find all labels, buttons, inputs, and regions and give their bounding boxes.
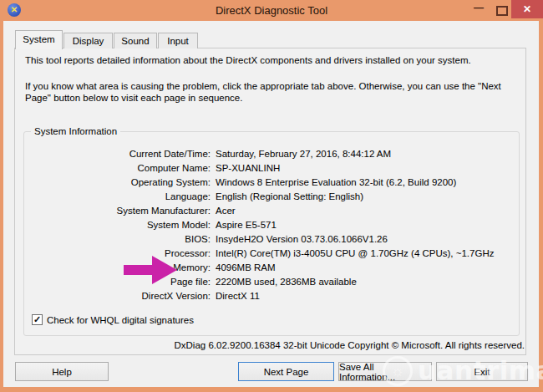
close-button[interactable]: ✕ xyxy=(511,0,543,18)
tab-system[interactable]: System xyxy=(15,30,63,49)
info-value: English (Regional Setting: English) xyxy=(216,190,363,204)
info-value: DirectX 11 xyxy=(216,289,260,303)
info-label: BIOS: xyxy=(33,232,211,247)
info-label: Page file: xyxy=(33,275,211,289)
groupbox-label: System Information xyxy=(31,126,120,136)
table-row: Language:English (Regional Setting: Engl… xyxy=(33,190,520,204)
info-label: Computer Name: xyxy=(33,161,211,176)
close-icon: ✕ xyxy=(523,3,531,15)
watermark-text: uantrimang xyxy=(418,355,543,385)
checkmark-icon: ✓ xyxy=(33,314,41,324)
info-value: InsydeH2O Version 03.73.06.1066V1.26 xyxy=(216,232,388,247)
dxdiag-version-text: DxDiag 6.02.9200.16384 32-bit Unicode Co… xyxy=(175,340,525,350)
intro-paragraph-2: If you know what area is causing the pro… xyxy=(25,80,521,104)
tab-sound[interactable]: Sound xyxy=(114,33,157,48)
info-label: Language: xyxy=(33,190,211,204)
whql-checkbox[interactable]: ✓ xyxy=(32,314,43,325)
site-watermark: ☼ uantrimang xyxy=(376,351,543,392)
info-value: SP-XUANLINH xyxy=(216,161,280,176)
window-title: DirectX Diagnostic Tool xyxy=(0,4,543,17)
info-label: System Model: xyxy=(33,218,211,232)
maximize-icon xyxy=(496,6,508,16)
next-page-button[interactable]: Next Page xyxy=(238,362,334,381)
help-button-label: Help xyxy=(52,367,72,377)
info-label: Memory: xyxy=(33,261,211,275)
info-label: Processor: xyxy=(33,247,211,261)
minimize-button[interactable]: — xyxy=(468,0,490,18)
tab-input[interactable]: Input xyxy=(158,33,198,48)
table-row: System Manufacturer:Acer xyxy=(33,204,520,218)
tab-system-label: System xyxy=(23,34,54,44)
info-value: Windows 8 Enterprise Evaluation 32-bit (… xyxy=(216,176,456,190)
watermark-logo-icon: ☼ xyxy=(383,356,413,386)
info-label: DirectX Version: xyxy=(33,289,211,303)
maximize-button[interactable] xyxy=(491,0,513,18)
bulb-icon: ☼ xyxy=(391,363,405,379)
table-row: BIOS:InsydeH2O Version 03.73.06.1066V1.2… xyxy=(33,232,520,247)
tab-display-label: Display xyxy=(73,36,104,46)
whql-row: ✓ Check for WHQL digital signatures xyxy=(32,314,194,325)
info-value: Saturday, February 27, 2016, 8:44:12 AM xyxy=(216,147,391,161)
info-label: Current Date/Time: xyxy=(33,147,211,161)
info-value: Acer xyxy=(216,204,236,218)
intro-paragraph-1: This tool reports detailed information a… xyxy=(25,55,521,65)
table-row: Memory:4096MB RAM xyxy=(33,261,520,275)
table-row: Page file:2220MB used, 2836MB available xyxy=(33,275,520,289)
info-value: 4096MB RAM xyxy=(216,261,276,275)
whql-label: Check for WHQL digital signatures xyxy=(47,315,194,325)
table-row: DirectX Version:DirectX 11 xyxy=(33,289,520,303)
tab-input-label: Input xyxy=(167,36,189,46)
info-value: Aspire E5-571 xyxy=(216,218,277,232)
next-page-button-label: Next Page xyxy=(264,367,309,377)
callout-arrow-icon xyxy=(124,254,179,286)
info-label: Operating System: xyxy=(33,176,211,190)
table-row: Current Date/Time:Saturday, February 27,… xyxy=(33,147,520,161)
table-row: Operating System:Windows 8 Enterprise Ev… xyxy=(33,176,520,190)
info-label: System Manufacturer: xyxy=(33,204,211,218)
system-info-list: Current Date/Time:Saturday, February 27,… xyxy=(33,147,520,303)
dxdiag-window: ✕ DirectX Diagnostic Tool — ✕ System Dis… xyxy=(0,0,543,392)
info-value: Intel(R) Core(TM) i3-4005U CPU @ 1.70GHz… xyxy=(216,247,494,261)
table-row: System Model:Aspire E5-571 xyxy=(33,218,520,232)
title-bar[interactable]: ✕ DirectX Diagnostic Tool — ✕ xyxy=(0,0,543,21)
tab-display[interactable]: Display xyxy=(63,33,113,48)
table-row: Computer Name:SP-XUANLINH xyxy=(33,161,520,176)
info-value: 2220MB used, 2836MB available xyxy=(216,275,357,289)
help-button[interactable]: Help xyxy=(15,362,109,381)
tab-sound-label: Sound xyxy=(121,36,149,46)
table-row: Processor:Intel(R) Core(TM) i3-4005U CPU… xyxy=(33,247,520,261)
minimize-icon: — xyxy=(474,2,484,13)
